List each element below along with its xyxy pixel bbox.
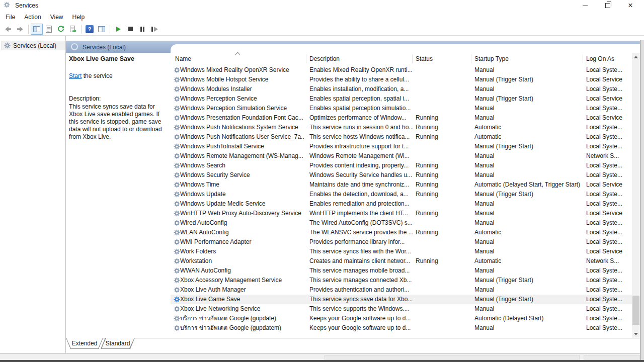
table-row[interactable]: Windows Push Notifications System Servic… bbox=[171, 123, 632, 132]
table-row[interactable]: Work FoldersThis service syncs files wit… bbox=[171, 247, 632, 256]
cell-description: This service hosts Windows notifica... bbox=[309, 132, 413, 142]
table-row[interactable]: บริการ ข่าวอัพเดต Google (gupdate)Keeps … bbox=[171, 314, 632, 323]
close-button[interactable]: × bbox=[622, 0, 639, 11]
table-row[interactable]: Windows Modules InstallerEnables install… bbox=[171, 84, 632, 94]
service-gear-icon bbox=[174, 306, 180, 312]
table-row[interactable]: Windows SearchProvides content indexing,… bbox=[171, 161, 632, 170]
table-row[interactable]: Xbox Live Game SaveThis service syncs sa… bbox=[171, 295, 632, 304]
tree-splitter[interactable] bbox=[65, 36, 66, 353]
cell-name: Xbox Live Game Save bbox=[180, 295, 304, 304]
table-row[interactable]: Windows Remote Management (WS-Manag...Wi… bbox=[171, 151, 632, 161]
table-row[interactable]: Windows Perception Simulation ServiceEna… bbox=[171, 104, 632, 113]
scroll-up-button[interactable] bbox=[632, 53, 640, 61]
table-row[interactable]: Xbox Accessory Management ServiceThis se… bbox=[171, 276, 632, 285]
menu-item-file[interactable]: File bbox=[1, 12, 20, 22]
table-row[interactable]: Windows UpdateEnables the detection, dow… bbox=[171, 190, 632, 199]
cell-name: Xbox Live Networking Service bbox=[180, 304, 304, 314]
table-row[interactable]: Xbox Live Networking ServiceThis service… bbox=[171, 304, 632, 314]
restore-button[interactable] bbox=[599, 0, 616, 11]
table-row[interactable]: Windows Mixed Reality OpenXR ServiceEnab… bbox=[171, 65, 632, 75]
column-header-name[interactable]: Name bbox=[175, 50, 191, 65]
service-gear-icon bbox=[174, 239, 180, 245]
menu-item-view[interactable]: View bbox=[46, 12, 68, 22]
table-row[interactable]: Windows Presentation Foundation Font Cac… bbox=[171, 113, 632, 123]
scroll-down-button[interactable] bbox=[632, 330, 640, 338]
cell-logon: Local Syste... bbox=[586, 237, 631, 247]
table-row[interactable]: Wired AutoConfigThe Wired AutoConfig (DO… bbox=[171, 218, 632, 228]
table-row[interactable]: Windows PushToInstall ServiceProvides in… bbox=[171, 142, 632, 151]
status-panel bbox=[584, 355, 640, 360]
table-row[interactable]: WWAN AutoConfigThis service manages mobi… bbox=[171, 266, 632, 276]
cell-logon: Local Syste... bbox=[586, 295, 631, 304]
table-row[interactable]: WLAN AutoConfigThe WLANSVC service provi… bbox=[171, 228, 632, 237]
toolbar-separator bbox=[81, 25, 82, 34]
cell-startup: Manual bbox=[474, 84, 584, 94]
cell-name: Windows Perception Service bbox=[180, 94, 304, 104]
console-tree-panel bbox=[0, 36, 65, 353]
column-header-status[interactable]: Status bbox=[416, 50, 433, 65]
cell-logon: Network S... bbox=[586, 151, 631, 161]
column-header-startup-type[interactable]: Startup Type bbox=[474, 50, 509, 65]
cell-startup: Automatic (Delayed Start) bbox=[474, 314, 584, 323]
table-row[interactable]: Windows Mobile Hotspot ServiceProvides t… bbox=[171, 75, 632, 84]
column-header-description[interactable]: Description bbox=[309, 50, 340, 65]
toolbar-separator bbox=[110, 25, 110, 34]
cell-status bbox=[416, 314, 472, 323]
column-separator[interactable] bbox=[306, 54, 306, 63]
menu-bar: FileActionViewHelp bbox=[0, 11, 644, 23]
table-row[interactable]: Xbox Live Auth ManagerProvides authentic… bbox=[171, 285, 632, 295]
cell-startup: Manual (Trigger Start) bbox=[474, 94, 584, 104]
minimize-button[interactable] bbox=[577, 0, 594, 11]
table-row[interactable]: WorkstationCreates and maintains client … bbox=[171, 256, 632, 266]
table-row[interactable]: Windows Perception ServiceEnables spatia… bbox=[171, 94, 632, 104]
table-row[interactable]: WinHTTP Web Proxy Auto-Discovery Service… bbox=[171, 209, 632, 218]
tab-extended[interactable]: Extended bbox=[66, 338, 103, 349]
cell-startup: Manual bbox=[474, 304, 584, 314]
scrollbar-thumb[interactable] bbox=[632, 296, 639, 325]
menu-item-action[interactable]: Action bbox=[20, 12, 45, 22]
cell-name: Workstation bbox=[180, 256, 304, 266]
service-gear-icon bbox=[174, 124, 180, 131]
cell-startup: Manual bbox=[474, 218, 584, 228]
table-row[interactable]: Windows Update Medic ServiceEnables reme… bbox=[171, 199, 632, 209]
show-action-pane-button[interactable] bbox=[96, 24, 108, 35]
cell-startup: Manual bbox=[474, 170, 584, 180]
pane-circle-icon bbox=[71, 43, 78, 50]
table-row[interactable]: WMI Performance AdapterProvides performa… bbox=[171, 237, 632, 247]
forward-button[interactable] bbox=[14, 24, 26, 35]
help-button[interactable]: ? bbox=[84, 24, 96, 35]
show-console-tree-button[interactable] bbox=[31, 24, 43, 35]
vertical-scrollbar[interactable] bbox=[632, 53, 640, 338]
restart-service-button[interactable] bbox=[148, 24, 160, 35]
service-action-line: Start the service bbox=[69, 72, 113, 79]
column-separator[interactable] bbox=[471, 54, 471, 63]
column-separator[interactable] bbox=[412, 54, 413, 63]
pause-service-button[interactable] bbox=[136, 24, 148, 35]
properties-button[interactable] bbox=[43, 24, 55, 35]
cell-startup: Manual bbox=[474, 237, 584, 247]
table-row[interactable]: บริการ ข่าวอัพเดต Google (gupdatem)Keeps… bbox=[171, 323, 632, 333]
cell-logon: Local Syste... bbox=[586, 304, 631, 314]
table-row[interactable]: Windows Push Notifications User Service_… bbox=[171, 132, 632, 142]
cell-description: Creates and maintains client networ... bbox=[309, 256, 413, 266]
back-button[interactable] bbox=[2, 24, 14, 35]
cell-name: บริการ ข่าวอัพเดต Google (gupdatem) bbox=[180, 323, 304, 333]
tree-item-services-local[interactable]: Services (Local) bbox=[2, 41, 66, 50]
start-service-link[interactable]: Start bbox=[69, 72, 82, 79]
table-row[interactable]: Windows Security ServiceWindows Security… bbox=[171, 170, 632, 180]
cell-description: Enables remediation and protection... bbox=[309, 199, 413, 209]
cell-description: The Wired AutoConfig (DOT3SVC) s... bbox=[309, 218, 413, 228]
stop-service-button[interactable] bbox=[124, 24, 136, 35]
refresh-button[interactable] bbox=[55, 24, 67, 35]
table-row[interactable]: Windows TimeMaintains date and time sync… bbox=[171, 180, 632, 190]
menu-item-help[interactable]: Help bbox=[68, 12, 90, 22]
export-list-button[interactable] bbox=[67, 24, 79, 35]
title-bar: Services × bbox=[0, 0, 644, 11]
cell-startup: Manual (Trigger Start) bbox=[474, 295, 584, 304]
column-header-log-on-as[interactable]: Log On As bbox=[586, 50, 614, 65]
start-service-button[interactable] bbox=[112, 24, 124, 35]
cell-name: Wired AutoConfig bbox=[180, 218, 304, 228]
tab-standard[interactable]: Standard bbox=[101, 338, 135, 349]
column-separator[interactable] bbox=[583, 54, 583, 63]
cell-description: This service manages connected Xb... bbox=[309, 276, 413, 285]
